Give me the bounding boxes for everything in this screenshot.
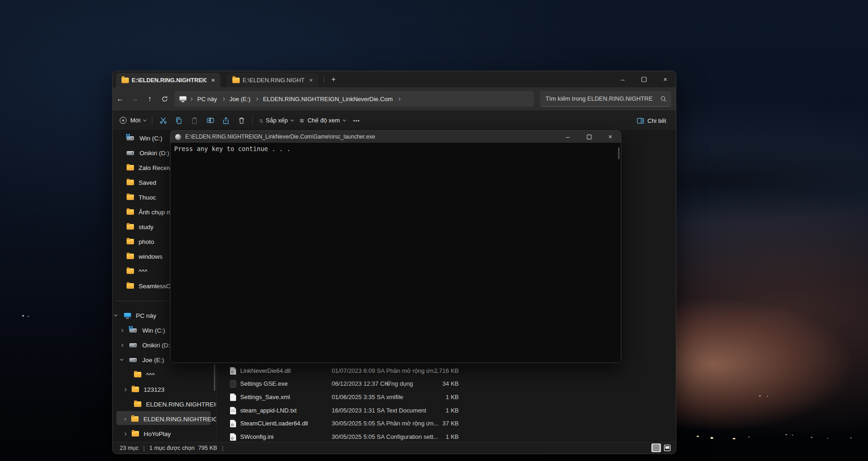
chevron-collapsed-icon[interactable] bbox=[120, 328, 123, 332]
ini-file-icon bbox=[230, 433, 236, 441]
chevron-expanded-icon[interactable] bbox=[120, 358, 123, 361]
folder-icon bbox=[127, 268, 134, 274]
chevron-right-icon bbox=[397, 97, 401, 100]
maximize-button[interactable] bbox=[633, 71, 655, 87]
console-scrollbar[interactable] bbox=[618, 147, 619, 159]
file-row[interactable]: steam_appid-LND.txt 16/05/2023 1:31 SA T… bbox=[216, 405, 676, 416]
pc-monitor-icon bbox=[124, 313, 131, 319]
minimize-button[interactable]: – bbox=[557, 131, 578, 143]
sort-button[interactable]: ↑↓ Sắp xếp bbox=[255, 113, 297, 128]
chevron-down-icon bbox=[143, 118, 146, 121]
more-icon: ••• bbox=[353, 118, 360, 123]
chevron-collapsed-icon[interactable] bbox=[123, 432, 127, 435]
console-caption-buttons: – × bbox=[557, 131, 621, 143]
tree-item-elden-ring-nightreign-l[interactable]: ELDEN.RING.NIGHTREIGN.L bbox=[113, 397, 216, 412]
tab-label: E:\ELDEN.RING.NIGHTREIGN.LN bbox=[243, 77, 304, 84]
folder-icon bbox=[127, 283, 134, 289]
search-input[interactable]: Tìm kiếm trong ELDEN.RING.NIGHTRE bbox=[540, 91, 671, 107]
folder-icon bbox=[127, 209, 134, 215]
details-view-button[interactable] bbox=[651, 443, 661, 452]
share-button[interactable] bbox=[218, 113, 234, 128]
minimize-button[interactable]: – bbox=[612, 71, 633, 87]
drive-icon bbox=[129, 328, 137, 333]
chevron-expanded-icon[interactable] bbox=[114, 313, 117, 316]
breadcrumb-item-drive[interactable]: Joe (E:) bbox=[228, 96, 253, 103]
details-label: Chi tiết bbox=[648, 117, 666, 124]
chevron-collapsed-icon[interactable] bbox=[120, 343, 123, 346]
folder-icon bbox=[121, 78, 129, 83]
folder-icon bbox=[232, 78, 240, 83]
drive-icon bbox=[129, 358, 137, 362]
file-row[interactable]: SteamCLientLoader64.dll 30/05/2025 5:05 … bbox=[216, 418, 676, 429]
thumbnail-view-button[interactable] bbox=[662, 443, 672, 452]
windows-logo-icon bbox=[129, 326, 133, 330]
copy-button[interactable] bbox=[171, 113, 187, 128]
rename-button[interactable] bbox=[202, 113, 218, 128]
selection-count: 1 mục được chọn bbox=[149, 445, 194, 451]
refresh-button[interactable] bbox=[157, 91, 172, 106]
folder-icon bbox=[127, 254, 134, 259]
file-list: LinkNeverDie64.dll 01/07/2023 6:09 SA Ph… bbox=[216, 365, 676, 443]
file-row[interactable]: SWconfig.ini 30/05/2025 5:05 SA Configur… bbox=[216, 431, 676, 443]
new-button[interactable]: + Mới bbox=[116, 113, 149, 128]
forward-button[interactable]: → bbox=[127, 91, 142, 106]
explorer-tab-active[interactable]: E:\ELDEN.RING.NIGHTREIGN_I × bbox=[116, 73, 220, 87]
sort-label: Sắp xếp bbox=[266, 117, 288, 124]
window-caption-buttons: – × bbox=[612, 71, 676, 87]
tree-item-carets[interactable]: ^^^ bbox=[113, 367, 216, 382]
chevron-down-icon bbox=[291, 118, 294, 121]
folder-icon bbox=[127, 239, 134, 244]
file-row[interactable]: Settings_Save.xml 01/06/2025 3:35 SA xml… bbox=[216, 392, 676, 403]
view-icon: ≡ bbox=[300, 116, 304, 124]
close-button[interactable]: × bbox=[600, 131, 621, 143]
breadcrumb-item-folder[interactable]: ELDEN.RING.NIGHTREIGN_LinkNeverDie.Com bbox=[261, 96, 395, 103]
up-button[interactable]: ↑ bbox=[142, 91, 157, 106]
tab-close-icon[interactable]: × bbox=[209, 77, 217, 84]
more-options-button[interactable]: ••• bbox=[349, 113, 364, 128]
console-app-icon bbox=[175, 134, 181, 140]
drive-icon bbox=[127, 136, 134, 140]
paste-button[interactable] bbox=[187, 113, 202, 128]
console-output[interactable]: Press any key to continue . . . bbox=[170, 143, 621, 363]
cut-button[interactable] bbox=[155, 113, 171, 128]
pc-icon bbox=[179, 96, 187, 102]
explorer-tab-inactive[interactable]: E:\ELDEN.RING.NIGHTREIGN.LN × bbox=[227, 73, 318, 87]
tree-item-123123[interactable]: 123123 bbox=[113, 382, 216, 397]
folder-icon bbox=[134, 372, 141, 377]
view-button[interactable]: ≡ Chế độ xem bbox=[297, 113, 349, 128]
chevron-collapsed-icon[interactable] bbox=[123, 388, 127, 391]
file-row[interactable]: LinkNeverDie64.dll 01/07/2023 6:09 SA Ph… bbox=[216, 365, 676, 376]
status-separator: | bbox=[143, 445, 145, 451]
sort-icon: ↑↓ bbox=[259, 117, 262, 124]
folder-icon bbox=[127, 194, 134, 200]
sidebar-scrollbar[interactable] bbox=[214, 364, 215, 391]
chevron-collapsed-icon[interactable] bbox=[123, 418, 127, 421]
close-button[interactable]: × bbox=[655, 71, 676, 87]
new-label: Mới bbox=[130, 117, 140, 124]
tab-label: E:\ELDEN.RING.NIGHTREIGN_I bbox=[132, 77, 206, 84]
toolbar-separator bbox=[152, 116, 152, 125]
tree-item-hoyoplay[interactable]: HoYoPlay bbox=[113, 426, 216, 441]
dll-file-icon bbox=[230, 367, 236, 375]
plus-circle-icon: + bbox=[120, 117, 127, 124]
view-toggles bbox=[651, 443, 672, 452]
console-title-bar[interactable]: E:\ELDEN.RING.NIGHTREIGN_LinkNeverDie.Co… bbox=[170, 131, 621, 143]
delete-button[interactable] bbox=[234, 113, 249, 128]
maximize-button[interactable] bbox=[578, 131, 600, 143]
console-title: E:\ELDEN.RING.NIGHTREIGN_LinkNeverDie.Co… bbox=[185, 133, 557, 140]
file-row[interactable]: Settings GSE.exe 06/12/2023 12:37 CH Ứng… bbox=[216, 378, 676, 389]
folder-icon bbox=[134, 401, 141, 407]
breadcrumb[interactable]: PC này Joe (E:) ELDEN.RING.NIGHTREIGN_Li… bbox=[175, 91, 534, 107]
folder-icon bbox=[127, 165, 134, 170]
new-tab-button[interactable]: + bbox=[327, 74, 340, 85]
console-window[interactable]: E:\ELDEN.RING.NIGHTREIGN_LinkNeverDie.Co… bbox=[170, 130, 621, 363]
exe-file-icon bbox=[230, 380, 236, 388]
tab-close-icon[interactable]: × bbox=[307, 77, 315, 84]
details-pane-button[interactable]: Chi tiết bbox=[633, 113, 669, 128]
selection-size: 795 KB bbox=[198, 445, 217, 451]
search-icon bbox=[660, 96, 667, 102]
view-label: Chế độ xem bbox=[308, 117, 340, 124]
tree-item-elden-ring-nightreign-selected[interactable]: ELDEN.RING.NIGHTREIGN_L bbox=[113, 412, 216, 426]
back-button[interactable]: ← bbox=[113, 91, 127, 106]
breadcrumb-item-pc[interactable]: PC này bbox=[195, 96, 219, 103]
